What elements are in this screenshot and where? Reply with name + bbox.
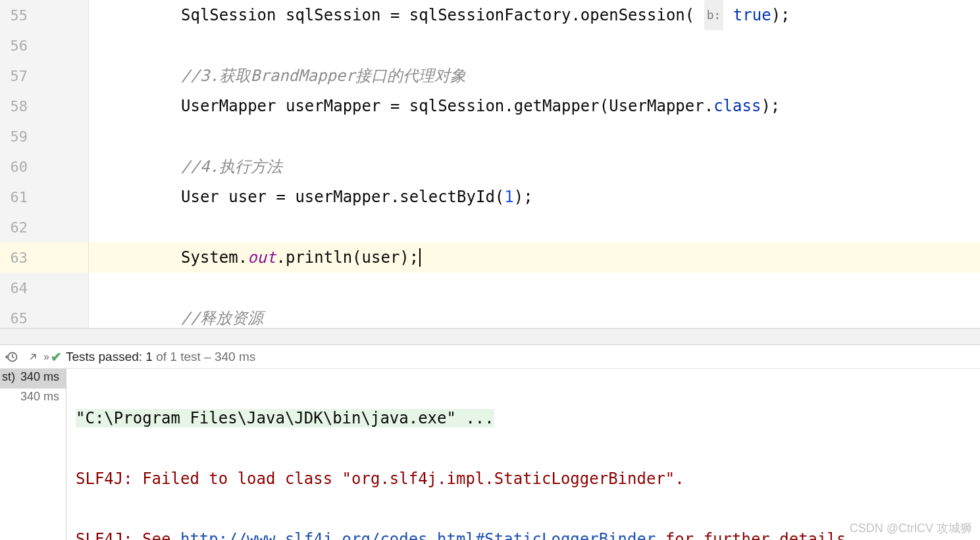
check-icon: ✔ <box>51 349 62 365</box>
code-editor[interactable]: 55 56 57 58 59 60 61 62 63 64 65 SqlSess… <box>0 0 980 328</box>
console-output[interactable]: "C:\Program Files\Java\JDK\bin\java.exe"… <box>66 369 980 540</box>
line-number: 61 <box>0 189 33 205</box>
code-line[interactable]: //4.执行方法 <box>89 151 980 182</box>
history-icon[interactable] <box>4 349 20 365</box>
console-link[interactable]: http://www.slf4j.org/codes.html#StaticLo… <box>180 530 656 540</box>
code-line[interactable] <box>89 273 980 303</box>
console-line-warning: SLF4J: See http://www.slf4j.org/codes.ht… <box>76 524 973 540</box>
test-tree-row-selected[interactable]: st) 340 ms <box>0 369 66 389</box>
line-number: 60 <box>0 159 33 175</box>
line-number: 62 <box>0 219 33 236</box>
code-line[interactable]: SqlSession sqlSession = sqlSessionFactor… <box>89 0 980 30</box>
parameter-hint: b: <box>704 0 724 30</box>
test-tree-row[interactable]: 340 ms <box>0 389 66 408</box>
code-line[interactable]: //3.获取BrandMapper接口的代理对象 <box>89 61 980 91</box>
test-status-bar: » ✔ Tests passed: 1 of 1 test – 340 ms <box>0 345 980 369</box>
watermark: CSDN @CtrlCV 攻城狮 <box>850 520 972 536</box>
code-line[interactable] <box>89 30 980 61</box>
line-number: 64 <box>0 280 33 296</box>
code-line[interactable] <box>89 212 980 242</box>
console-line: "C:\Program Files\Java\JDK\bin\java.exe"… <box>76 403 973 433</box>
line-number: 58 <box>0 98 33 115</box>
run-panel: st) 340 ms 340 ms "C:\Program Files\Java… <box>0 369 980 540</box>
code-line[interactable]: User user = userMapper.selectById(1); <box>89 182 980 212</box>
test-summary: Tests passed: 1 of 1 test – 340 ms <box>66 350 255 364</box>
gutter: 55 56 57 58 59 60 61 62 63 64 65 <box>0 0 89 328</box>
text-cursor <box>419 248 421 267</box>
line-number: 65 <box>0 310 33 327</box>
code-text-area[interactable]: SqlSession sqlSession = sqlSessionFactor… <box>89 0 980 328</box>
code-line[interactable]: UserMapper userMapper = sqlSession.getMa… <box>89 91 980 121</box>
more-icon[interactable]: » <box>43 351 47 363</box>
line-number: 55 <box>0 7 33 24</box>
console-line-warning: SLF4J: Failed to load class "org.slf4j.i… <box>76 464 973 494</box>
line-number: 59 <box>0 128 33 145</box>
line-number: 56 <box>0 38 33 54</box>
code-line[interactable]: //释放资源 <box>89 303 980 333</box>
code-line-active[interactable]: System.out.println(user); <box>89 242 980 273</box>
test-tree[interactable]: st) 340 ms 340 ms <box>0 369 66 540</box>
export-icon[interactable] <box>25 349 41 365</box>
line-number: 63 <box>0 250 33 266</box>
code-line[interactable] <box>89 121 980 151</box>
line-number: 57 <box>0 68 33 84</box>
